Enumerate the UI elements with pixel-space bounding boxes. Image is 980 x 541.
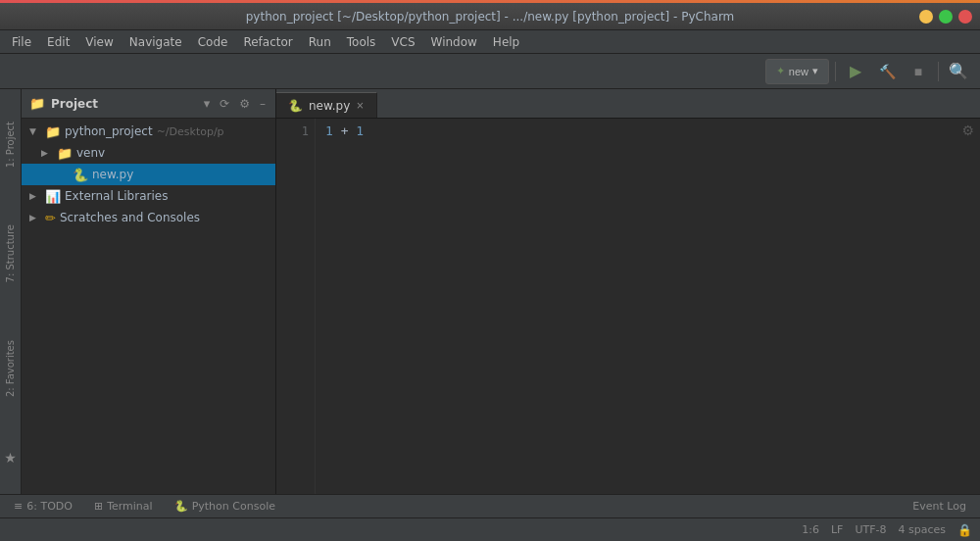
project-folder-icon: 📁	[45, 124, 61, 139]
build-button[interactable]: 🔨	[873, 59, 901, 84]
line-numbers: 1	[276, 119, 316, 494]
project-tab-vertical[interactable]: 1: Project	[2, 114, 19, 175]
editor-tabs: 🐍 new.py ×	[276, 89, 980, 119]
file-tree: ▼ 📁 python_project ~/Desktop/p ▶ 📁 venv …	[22, 119, 275, 494]
settings-gear-icon[interactable]: ⚙	[237, 95, 252, 113]
menu-refactor[interactable]: Refactor	[235, 33, 300, 51]
encoding[interactable]: UTF-8	[855, 523, 886, 536]
sync-icon[interactable]: ⟳	[218, 95, 231, 113]
indent-info[interactable]: 4 spaces	[899, 523, 947, 536]
new-config-label: new	[789, 66, 808, 77]
ext-lib-arrow: ▶	[29, 191, 41, 201]
python-file-icon: 🐍	[73, 168, 88, 182]
dropdown-arrow-icon: ▾	[812, 65, 818, 77]
scratches-icon: ✏	[45, 211, 56, 225]
toolbar: ✦ new ▾ ▶ 🔨 ■ 🔍	[0, 54, 980, 89]
separator	[835, 62, 836, 81]
menu-file[interactable]: File	[4, 33, 39, 51]
project-root-path: ~/Desktop/p	[157, 125, 224, 138]
favorites-tab-vertical[interactable]: 2: Favorites	[2, 332, 19, 405]
menu-edit[interactable]: Edit	[39, 33, 77, 51]
todo-label: 6: TODO	[26, 500, 73, 513]
folder-icon: 📁	[29, 96, 45, 111]
editor-settings-icon[interactable]: ⚙	[961, 123, 974, 138]
project-panel-header: 📁 Project ▾ ⟳ ⚙ –	[22, 89, 275, 119]
python-console-tab[interactable]: 🐍 Python Console	[165, 498, 285, 515]
window-controls: – □ ×	[919, 10, 972, 24]
editor-area: 🐍 new.py × 1 1 + 1 ⚙	[276, 89, 980, 494]
structure-tab-vertical[interactable]: 7: Structure	[2, 217, 19, 290]
terminal-tab[interactable]: ⊞ Terminal	[84, 498, 163, 515]
event-log-label: Event Log	[912, 500, 966, 513]
menu-window[interactable]: Window	[423, 33, 485, 51]
separator2	[938, 62, 939, 81]
tab-close-button[interactable]: ×	[356, 100, 364, 111]
project-root-label: python_project	[65, 124, 153, 138]
project-root-item[interactable]: ▼ 📁 python_project ~/Desktop/p	[22, 121, 275, 142]
newpy-file-item[interactable]: 🐍 new.py	[22, 164, 275, 185]
ext-lib-label: External Libraries	[65, 189, 168, 203]
minimize-button[interactable]: –	[919, 10, 933, 24]
editor-content[interactable]: 1 1 + 1 ⚙	[276, 119, 980, 494]
new-config-icon: ✦	[776, 65, 785, 77]
ext-lib-icon: 📊	[45, 189, 61, 204]
python-console-icon: 🐍	[174, 500, 188, 513]
event-log-tab[interactable]: Event Log	[903, 498, 976, 515]
search-everywhere-button[interactable]: 🔍	[945, 59, 972, 84]
menu-vcs[interactable]: VCS	[383, 33, 422, 51]
stop-button[interactable]: ■	[905, 59, 932, 84]
venv-folder-icon: 📁	[57, 146, 73, 161]
lock-icon: 🔒	[957, 523, 972, 537]
bottom-tabs: ≡ 6: TODO ⊞ Terminal 🐍 Python Console Ev…	[0, 494, 980, 517]
title-bar: python_project [~/Desktop/python_project…	[0, 3, 980, 30]
star-icon[interactable]: ★	[0, 446, 21, 469]
run-button[interactable]: ▶	[842, 59, 869, 84]
line-number-1: 1	[282, 123, 309, 140]
scratches-arrow: ▶	[29, 213, 41, 222]
menu-tools[interactable]: Tools	[339, 33, 384, 51]
maximize-button[interactable]: □	[939, 10, 953, 24]
menu-code[interactable]: Code	[190, 33, 236, 51]
scratches-consoles-item[interactable]: ▶ ✏ Scratches and Consoles	[22, 207, 275, 228]
tree-expand-arrow: ▼	[29, 126, 41, 136]
venv-label: venv	[76, 146, 105, 160]
venv-folder-item[interactable]: ▶ 📁 venv	[22, 142, 275, 164]
code-number-literal2: 1	[356, 123, 364, 138]
tab-filename: new.py	[309, 99, 350, 113]
python-console-label: Python Console	[192, 500, 275, 513]
menu-run[interactable]: Run	[301, 33, 339, 51]
todo-tab[interactable]: ≡ 6: TODO	[4, 498, 82, 515]
line-ending[interactable]: LF	[831, 523, 843, 536]
project-panel: 📁 Project ▾ ⟳ ⚙ – ▼ 📁 python_project ~/D…	[22, 89, 276, 494]
menu-view[interactable]: View	[77, 33, 121, 51]
code-operator: +	[333, 123, 356, 138]
scratches-label: Scratches and Consoles	[60, 211, 200, 224]
minimize-panel-icon[interactable]: –	[258, 95, 268, 113]
tab-python-icon: 🐍	[288, 99, 303, 113]
newpy-label: new.py	[92, 168, 133, 181]
menu-bar: File Edit View Navigate Code Refactor Ru…	[0, 30, 980, 54]
editor-tab-newpy[interactable]: 🐍 new.py ×	[276, 92, 377, 118]
code-number-literal: 1	[325, 123, 333, 138]
todo-icon: ≡	[14, 500, 23, 513]
menu-navigate[interactable]: Navigate	[122, 33, 190, 51]
terminal-icon: ⊞	[94, 500, 103, 513]
project-dropdown-icon[interactable]: ▾	[202, 94, 213, 113]
terminal-label: Terminal	[107, 500, 153, 513]
status-bar: 1:6 LF UTF-8 4 spaces 🔒	[0, 517, 980, 541]
title-text: python_project [~/Desktop/python_project…	[246, 10, 735, 24]
external-libraries-item[interactable]: ▶ 📊 External Libraries	[22, 185, 275, 207]
close-button[interactable]: ×	[958, 10, 972, 24]
menu-help[interactable]: Help	[485, 33, 527, 51]
tree-expand-arrow-venv: ▶	[41, 148, 53, 158]
main-layout: 1: Project 7: Structure 2: Favorites ★ 📁…	[0, 89, 980, 494]
cursor-position[interactable]: 1:6	[802, 523, 819, 536]
new-configuration-button[interactable]: ✦ new ▾	[765, 59, 829, 84]
left-sidebar-tab-strip: 1: Project 7: Structure 2: Favorites ★	[0, 89, 22, 494]
code-editor[interactable]: 1 + 1	[316, 119, 980, 494]
project-panel-title: Project	[51, 97, 196, 111]
